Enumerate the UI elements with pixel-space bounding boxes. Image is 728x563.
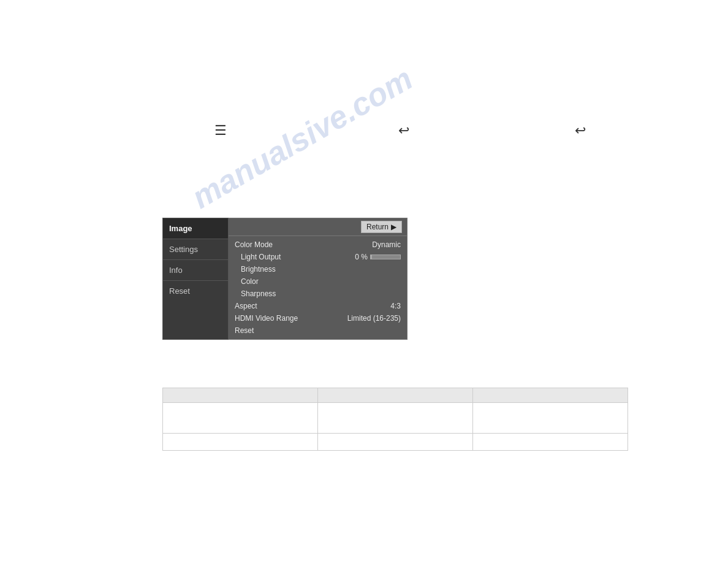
row-color: Color bbox=[229, 275, 407, 288]
sidebar-item-reset[interactable]: Reset bbox=[163, 281, 228, 301]
label-color: Color bbox=[241, 277, 259, 286]
progress-bar-fill bbox=[371, 255, 372, 259]
row-light-output: Light Output 0 % bbox=[229, 251, 407, 263]
osd-panel: Return ▶ Color Mode Dynamic Light Output… bbox=[229, 218, 408, 340]
table-cell-1-3 bbox=[473, 403, 628, 434]
return-button-icon: ▶ bbox=[391, 223, 396, 231]
return-button-label: Return bbox=[366, 223, 389, 231]
row-reset: Reset bbox=[229, 324, 407, 337]
label-sharpness: Sharpness bbox=[241, 289, 276, 298]
return-icon-small-1: ↩ bbox=[398, 123, 409, 139]
sidebar-item-info[interactable]: Info bbox=[163, 260, 228, 281]
table-header-cell-2 bbox=[318, 388, 473, 403]
table-header-cell-3 bbox=[473, 388, 628, 403]
row-aspect: Aspect 4:3 bbox=[229, 300, 407, 312]
row-hdmi-video-range: HDMI Video Range Limited (16-235) bbox=[229, 312, 407, 324]
table-row-1 bbox=[163, 403, 628, 434]
osd-container: Image Settings Info Reset Return ▶ Color… bbox=[162, 218, 408, 340]
return-icon-small-2: ↩ bbox=[575, 123, 586, 139]
value-light-output: 0 % bbox=[355, 253, 368, 261]
table-header-cell-1 bbox=[163, 388, 318, 403]
sidebar-item-settings[interactable]: Settings bbox=[163, 239, 228, 260]
table-cell-1-2 bbox=[318, 403, 473, 434]
osd-panel-header: Return ▶ bbox=[229, 218, 407, 236]
label-brightness: Brightness bbox=[241, 265, 276, 274]
table-row-2 bbox=[163, 434, 628, 451]
light-output-bar: 0 % bbox=[355, 253, 401, 261]
sidebar-item-image[interactable]: Image bbox=[163, 218, 228, 239]
table-cell-2-3 bbox=[473, 434, 628, 451]
icons-area: ☰ ↩ ↩ bbox=[214, 123, 586, 139]
row-color-mode: Color Mode Dynamic bbox=[229, 239, 407, 251]
table-row-header bbox=[163, 388, 628, 403]
value-color-mode: Dynamic bbox=[372, 240, 401, 249]
table-cell-2-1 bbox=[163, 434, 318, 451]
label-color-mode: Color Mode bbox=[235, 240, 273, 249]
label-light-output: Light Output bbox=[241, 253, 281, 261]
osd-sidebar: Image Settings Info Reset bbox=[162, 218, 229, 340]
value-aspect: 4:3 bbox=[390, 302, 401, 310]
list-icon: ☰ bbox=[214, 123, 227, 139]
osd-panel-body: Color Mode Dynamic Light Output 0 % Brig… bbox=[229, 236, 407, 339]
label-aspect: Aspect bbox=[235, 302, 257, 310]
table-cell-2-2 bbox=[318, 434, 473, 451]
row-brightness: Brightness bbox=[229, 263, 407, 275]
table-cell-1-1 bbox=[163, 403, 318, 434]
label-hdmi-video-range: HDMI Video Range bbox=[235, 314, 298, 323]
value-hdmi-video-range: Limited (16-235) bbox=[347, 314, 401, 323]
label-reset: Reset bbox=[235, 326, 254, 335]
row-sharpness: Sharpness bbox=[229, 288, 407, 300]
bottom-table bbox=[162, 388, 628, 451]
progress-bar bbox=[370, 255, 401, 259]
return-button[interactable]: Return ▶ bbox=[361, 221, 402, 233]
